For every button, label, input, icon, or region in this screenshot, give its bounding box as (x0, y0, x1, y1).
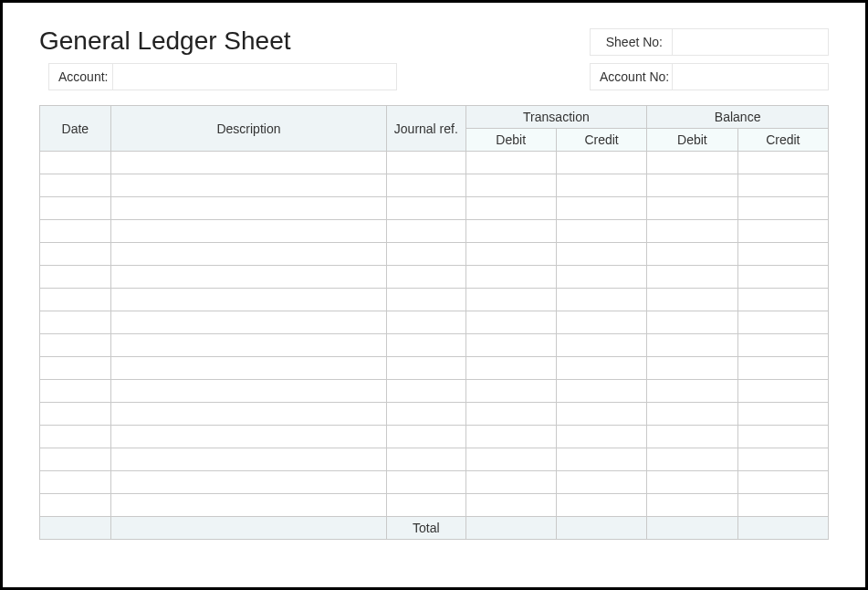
table-cell[interactable] (737, 152, 828, 174)
table-cell[interactable] (465, 357, 556, 380)
table-cell[interactable] (647, 403, 737, 426)
cell-input[interactable] (392, 315, 459, 330)
table-cell[interactable] (647, 448, 737, 471)
table-cell[interactable] (387, 494, 465, 517)
table-cell[interactable] (556, 311, 646, 334)
cell-input[interactable] (392, 201, 459, 216)
table-cell[interactable] (647, 426, 737, 448)
table-cell[interactable] (556, 426, 646, 448)
cell-input[interactable] (744, 178, 822, 193)
table-cell[interactable] (110, 471, 386, 494)
cell-input[interactable] (392, 361, 459, 375)
table-cell[interactable] (465, 311, 556, 334)
table-cell[interactable] (737, 448, 828, 471)
cell-input[interactable] (46, 452, 105, 467)
sheet-no-input[interactable] (673, 29, 828, 55)
cell-input[interactable] (46, 155, 105, 170)
cell-input[interactable] (392, 155, 459, 170)
cell-input[interactable] (744, 475, 822, 490)
table-cell[interactable] (647, 174, 737, 197)
cell-input[interactable] (46, 475, 105, 490)
table-cell[interactable] (110, 197, 386, 220)
cell-input[interactable] (392, 384, 459, 398)
cell-input[interactable] (117, 384, 381, 398)
cell-input[interactable] (744, 406, 822, 421)
table-cell[interactable] (387, 380, 465, 403)
cell-input[interactable] (117, 498, 381, 512)
cell-input[interactable] (392, 498, 459, 512)
cell-input[interactable] (472, 406, 550, 421)
cell-input[interactable] (472, 384, 550, 398)
table-cell[interactable] (387, 152, 465, 174)
cell-input[interactable] (472, 452, 550, 467)
table-cell[interactable] (465, 334, 556, 357)
cell-input[interactable] (653, 269, 731, 284)
table-cell[interactable] (40, 426, 111, 448)
table-cell[interactable] (556, 334, 646, 357)
cell-input[interactable] (562, 292, 641, 307)
table-cell[interactable] (556, 152, 646, 174)
cell-input[interactable] (744, 452, 822, 467)
table-cell[interactable] (647, 357, 737, 380)
table-cell[interactable] (465, 494, 556, 517)
cell-input[interactable] (744, 292, 822, 307)
cell-input[interactable] (744, 338, 822, 353)
table-cell[interactable] (110, 311, 386, 334)
table-cell[interactable] (40, 243, 111, 266)
cell-input[interactable] (46, 224, 105, 238)
cell-input[interactable] (117, 292, 381, 307)
table-cell[interactable] (737, 289, 828, 311)
account-no-input[interactable] (673, 64, 828, 90)
cell-input[interactable] (46, 292, 105, 307)
cell-input[interactable] (562, 201, 641, 216)
table-cell[interactable] (40, 380, 111, 403)
table-cell[interactable] (556, 403, 646, 426)
cell-input[interactable] (562, 384, 641, 398)
cell-input[interactable] (744, 201, 822, 216)
table-cell[interactable] (110, 494, 386, 517)
table-cell[interactable] (387, 426, 465, 448)
table-cell[interactable] (387, 266, 465, 289)
table-cell[interactable] (737, 266, 828, 289)
cell-input[interactable] (46, 338, 105, 353)
table-cell[interactable] (465, 448, 556, 471)
table-cell[interactable] (110, 152, 386, 174)
table-cell[interactable] (40, 494, 111, 517)
table-cell[interactable] (737, 494, 828, 517)
cell-input[interactable] (653, 224, 731, 238)
cell-input[interactable] (472, 269, 550, 284)
table-cell[interactable] (647, 494, 737, 517)
table-cell[interactable] (737, 174, 828, 197)
cell-input[interactable] (117, 452, 381, 467)
table-cell[interactable] (737, 311, 828, 334)
cell-input[interactable] (46, 247, 105, 261)
table-cell[interactable] (556, 266, 646, 289)
cell-input[interactable] (653, 315, 731, 330)
cell-input[interactable] (653, 452, 731, 467)
table-cell[interactable] (737, 426, 828, 448)
table-cell[interactable] (387, 243, 465, 266)
table-cell[interactable] (556, 289, 646, 311)
cell-input[interactable] (46, 429, 105, 444)
cell-input[interactable] (562, 338, 641, 353)
table-cell[interactable] (737, 334, 828, 357)
table-cell[interactable] (387, 197, 465, 220)
cell-input[interactable] (472, 475, 550, 490)
cell-input[interactable] (562, 406, 641, 421)
cell-input[interactable] (472, 155, 550, 170)
table-cell[interactable] (556, 220, 646, 243)
table-cell[interactable] (737, 243, 828, 266)
table-cell[interactable] (110, 380, 386, 403)
cell-input[interactable] (392, 178, 459, 193)
account-input[interactable] (113, 64, 396, 90)
table-cell[interactable] (387, 174, 465, 197)
table-cell[interactable] (387, 220, 465, 243)
table-cell[interactable] (647, 152, 737, 174)
cell-input[interactable] (653, 475, 731, 490)
cell-input[interactable] (392, 292, 459, 307)
cell-input[interactable] (117, 178, 381, 193)
cell-input[interactable] (472, 224, 550, 238)
cell-input[interactable] (653, 429, 731, 444)
table-cell[interactable] (647, 311, 737, 334)
table-cell[interactable] (40, 289, 111, 311)
